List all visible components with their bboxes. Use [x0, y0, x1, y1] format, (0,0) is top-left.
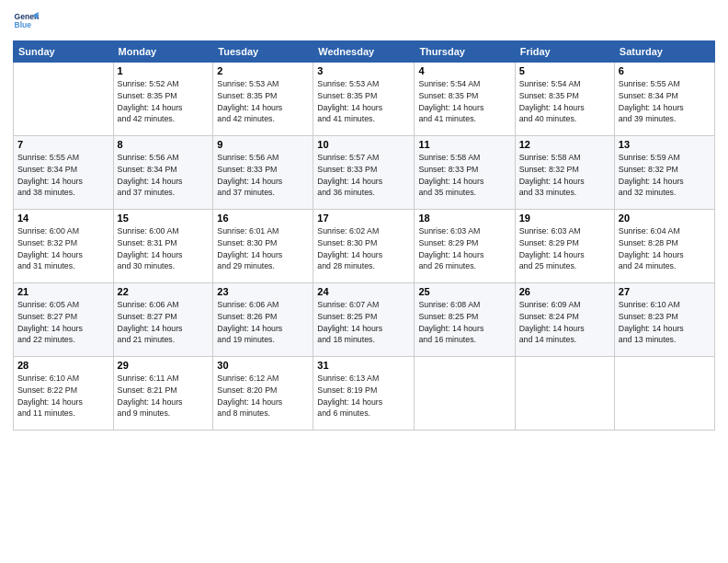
day-number: 20 — [619, 213, 711, 224]
column-header-sunday: Sunday — [14, 41, 114, 63]
day-info: Sunrise: 6:08 AMSunset: 8:25 PMDaylight:… — [418, 299, 510, 346]
week-row-3: 14Sunrise: 6:00 AMSunset: 8:32 PMDayligh… — [14, 210, 715, 283]
day-info: Sunrise: 6:00 AMSunset: 8:31 PMDaylight:… — [118, 225, 210, 272]
day-cell: 10Sunrise: 5:57 AMSunset: 8:33 PMDayligh… — [313, 136, 415, 210]
day-cell: 18Sunrise: 6:03 AMSunset: 8:29 PMDayligh… — [415, 210, 515, 283]
column-header-wednesday: Wednesday — [313, 41, 415, 63]
day-cell: 22Sunrise: 6:06 AMSunset: 8:27 PMDayligh… — [113, 283, 213, 357]
day-info: Sunrise: 5:54 AMSunset: 8:35 PMDaylight:… — [418, 78, 510, 125]
day-info: Sunrise: 6:09 AMSunset: 8:24 PMDaylight:… — [519, 299, 610, 346]
day-cell: 25Sunrise: 6:08 AMSunset: 8:25 PMDayligh… — [415, 283, 515, 357]
day-cell: 21Sunrise: 6:05 AMSunset: 8:27 PMDayligh… — [14, 283, 114, 357]
day-info: Sunrise: 6:05 AMSunset: 8:27 PMDaylight:… — [17, 299, 109, 346]
day-info: Sunrise: 5:54 AMSunset: 8:35 PMDaylight:… — [519, 78, 610, 125]
column-header-tuesday: Tuesday — [213, 41, 313, 63]
day-cell: 30Sunrise: 6:12 AMSunset: 8:20 PMDayligh… — [213, 357, 313, 431]
day-cell: 31Sunrise: 6:13 AMSunset: 8:19 PMDayligh… — [313, 357, 415, 431]
day-number: 17 — [317, 213, 410, 224]
week-row-1: 1Sunrise: 5:52 AMSunset: 8:35 PMDaylight… — [14, 63, 715, 136]
day-cell: 15Sunrise: 6:00 AMSunset: 8:31 PMDayligh… — [113, 210, 213, 283]
day-number: 10 — [317, 139, 410, 150]
logo-icon: General Blue — [13, 9, 39, 35]
day-cell: 2Sunrise: 5:53 AMSunset: 8:35 PMDaylight… — [213, 63, 313, 136]
day-cell: 12Sunrise: 5:58 AMSunset: 8:32 PMDayligh… — [515, 136, 614, 210]
svg-text:Blue: Blue — [15, 20, 32, 29]
day-number: 29 — [118, 360, 210, 371]
day-info: Sunrise: 6:02 AMSunset: 8:30 PMDaylight:… — [317, 225, 410, 272]
day-number: 24 — [317, 286, 410, 297]
day-info: Sunrise: 5:56 AMSunset: 8:33 PMDaylight:… — [217, 152, 309, 199]
day-cell: 5Sunrise: 5:54 AMSunset: 8:35 PMDaylight… — [515, 63, 614, 136]
column-header-monday: Monday — [113, 41, 213, 63]
day-info: Sunrise: 6:07 AMSunset: 8:25 PMDaylight:… — [317, 299, 410, 346]
day-cell: 4Sunrise: 5:54 AMSunset: 8:35 PMDaylight… — [415, 63, 515, 136]
day-info: Sunrise: 6:10 AMSunset: 8:23 PMDaylight:… — [619, 299, 711, 346]
day-number: 23 — [217, 286, 309, 297]
day-number: 21 — [17, 286, 109, 297]
week-row-4: 21Sunrise: 6:05 AMSunset: 8:27 PMDayligh… — [14, 283, 715, 357]
day-number: 8 — [118, 139, 210, 150]
day-number: 25 — [418, 286, 510, 297]
day-cell — [515, 357, 614, 431]
day-number: 11 — [418, 139, 510, 150]
day-cell: 3Sunrise: 5:53 AMSunset: 8:35 PMDaylight… — [313, 63, 415, 136]
day-number: 2 — [217, 65, 309, 76]
day-number: 31 — [317, 360, 410, 371]
day-info: Sunrise: 5:57 AMSunset: 8:33 PMDaylight:… — [317, 152, 410, 199]
day-info: Sunrise: 5:53 AMSunset: 8:35 PMDaylight:… — [317, 78, 410, 125]
day-info: Sunrise: 6:00 AMSunset: 8:32 PMDaylight:… — [17, 225, 109, 272]
calendar-table: SundayMondayTuesdayWednesdayThursdayFrid… — [13, 40, 715, 431]
day-number: 26 — [519, 286, 610, 297]
day-info: Sunrise: 6:04 AMSunset: 8:28 PMDaylight:… — [619, 225, 711, 272]
day-info: Sunrise: 6:03 AMSunset: 8:29 PMDaylight:… — [418, 225, 510, 272]
day-cell — [415, 357, 515, 431]
day-info: Sunrise: 6:11 AMSunset: 8:21 PMDaylight:… — [118, 373, 210, 419]
page-container: General Blue SundayMondayTuesdayWednesda… — [0, 0, 728, 438]
day-number: 15 — [118, 213, 210, 224]
column-header-thursday: Thursday — [415, 41, 515, 63]
day-number: 30 — [217, 360, 309, 371]
day-number: 18 — [418, 213, 510, 224]
logo: General Blue — [13, 9, 39, 35]
day-info: Sunrise: 6:06 AMSunset: 8:27 PMDaylight:… — [118, 299, 210, 346]
day-info: Sunrise: 5:59 AMSunset: 8:32 PMDaylight:… — [619, 152, 711, 199]
day-number: 9 — [217, 139, 309, 150]
day-cell: 20Sunrise: 6:04 AMSunset: 8:28 PMDayligh… — [614, 210, 714, 283]
day-cell: 24Sunrise: 6:07 AMSunset: 8:25 PMDayligh… — [313, 283, 415, 357]
day-info: Sunrise: 5:56 AMSunset: 8:34 PMDaylight:… — [118, 152, 210, 199]
day-info: Sunrise: 6:13 AMSunset: 8:19 PMDaylight:… — [317, 373, 410, 419]
day-number: 19 — [519, 213, 610, 224]
day-number: 22 — [118, 286, 210, 297]
day-number: 7 — [17, 139, 109, 150]
day-number: 3 — [317, 65, 410, 76]
day-info: Sunrise: 5:58 AMSunset: 8:33 PMDaylight:… — [418, 152, 510, 199]
day-cell: 23Sunrise: 6:06 AMSunset: 8:26 PMDayligh… — [213, 283, 313, 357]
column-header-friday: Friday — [515, 41, 614, 63]
day-cell: 13Sunrise: 5:59 AMSunset: 8:32 PMDayligh… — [614, 136, 714, 210]
day-cell — [14, 63, 114, 136]
day-number: 28 — [17, 360, 109, 371]
day-cell: 8Sunrise: 5:56 AMSunset: 8:34 PMDaylight… — [113, 136, 213, 210]
day-cell: 28Sunrise: 6:10 AMSunset: 8:22 PMDayligh… — [14, 357, 114, 431]
day-cell: 17Sunrise: 6:02 AMSunset: 8:30 PMDayligh… — [313, 210, 415, 283]
day-number: 5 — [519, 65, 610, 76]
day-cell: 19Sunrise: 6:03 AMSunset: 8:29 PMDayligh… — [515, 210, 614, 283]
day-number: 12 — [519, 139, 610, 150]
day-number: 6 — [619, 65, 711, 76]
day-number: 16 — [217, 213, 309, 224]
day-cell: 11Sunrise: 5:58 AMSunset: 8:33 PMDayligh… — [415, 136, 515, 210]
day-number: 1 — [118, 65, 210, 76]
day-number: 27 — [619, 286, 711, 297]
day-info: Sunrise: 6:01 AMSunset: 8:30 PMDaylight:… — [217, 225, 309, 272]
day-cell: 1Sunrise: 5:52 AMSunset: 8:35 PMDaylight… — [113, 63, 213, 136]
day-cell: 26Sunrise: 6:09 AMSunset: 8:24 PMDayligh… — [515, 283, 614, 357]
day-info: Sunrise: 6:12 AMSunset: 8:20 PMDaylight:… — [217, 373, 309, 419]
calendar-header-row: SundayMondayTuesdayWednesdayThursdayFrid… — [14, 41, 715, 63]
day-info: Sunrise: 6:06 AMSunset: 8:26 PMDaylight:… — [217, 299, 309, 346]
week-row-5: 28Sunrise: 6:10 AMSunset: 8:22 PMDayligh… — [14, 357, 715, 431]
day-number: 4 — [418, 65, 510, 76]
day-cell — [614, 357, 714, 431]
day-cell: 7Sunrise: 5:55 AMSunset: 8:34 PMDaylight… — [14, 136, 114, 210]
day-info: Sunrise: 5:52 AMSunset: 8:35 PMDaylight:… — [118, 78, 210, 125]
day-number: 13 — [619, 139, 711, 150]
